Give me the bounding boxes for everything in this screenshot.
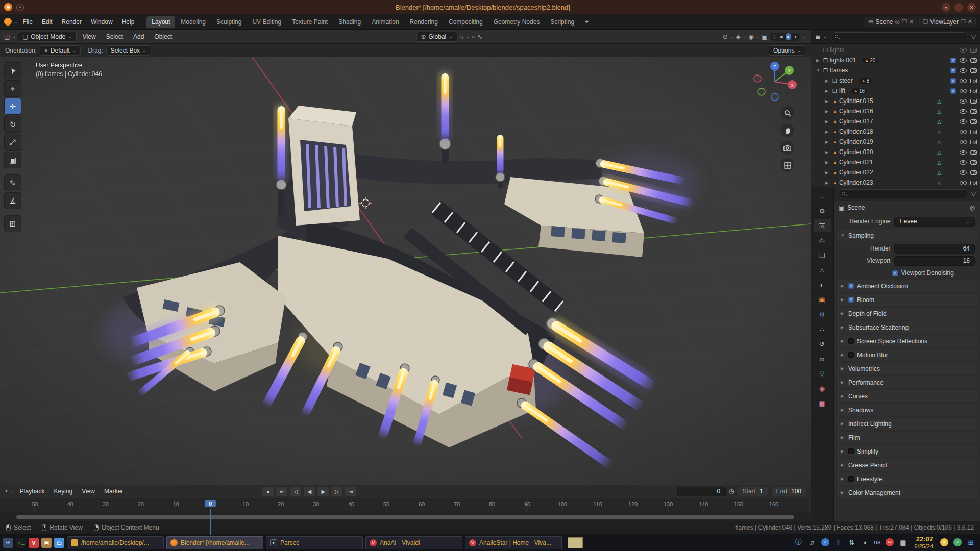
jump-to-end-button[interactable]: ⇥ bbox=[345, 487, 357, 496]
render-camera-icon[interactable] bbox=[970, 140, 977, 144]
hide-eye-icon[interactable] bbox=[960, 130, 967, 134]
select-box-tool[interactable]: ➤ bbox=[4, 62, 21, 79]
tab-rendering[interactable]: Rendering bbox=[405, 16, 443, 28]
expand-arrow-icon[interactable]: ▶ bbox=[816, 58, 821, 63]
pin-icon[interactable]: ◎ bbox=[895, 18, 900, 25]
timeline-scrollbar[interactable] bbox=[16, 515, 794, 519]
stopwatch-icon[interactable]: ◷ bbox=[729, 488, 734, 495]
panel-freestyle[interactable]: ▶Freestyle bbox=[837, 473, 977, 485]
tab-material[interactable]: ◉ bbox=[814, 382, 831, 395]
transform-orientation-dropdown[interactable]: ⊕ Global ⌄ bbox=[416, 32, 457, 42]
info-icon[interactable]: ⓘ bbox=[795, 538, 803, 546]
menu-file[interactable]: File bbox=[19, 17, 37, 27]
hide-eye-icon[interactable] bbox=[960, 160, 967, 165]
security-shield-icon[interactable]: ✓ bbox=[953, 538, 962, 546]
gizmos-icon[interactable]: ◈ bbox=[736, 33, 740, 40]
auto-key-button[interactable]: ● bbox=[262, 487, 274, 496]
volume-icon[interactable]: ◖ bbox=[861, 538, 869, 546]
hide-eye-icon[interactable] bbox=[960, 150, 967, 155]
expand-arrow-icon[interactable]: ▶ bbox=[825, 140, 830, 144]
snap-magnet-icon[interactable]: ∩ bbox=[459, 33, 464, 40]
panel-subsurface-scattering[interactable]: ▶Subsurface Scattering bbox=[837, 321, 977, 333]
minimized-window-thumbnail[interactable] bbox=[568, 537, 583, 548]
taskbar-window-blender[interactable]: Blender* [/home/amalie... bbox=[166, 536, 263, 549]
outliner-editor-icon[interactable]: ≣ bbox=[815, 33, 820, 40]
panel-curves[interactable]: ▶Curves bbox=[837, 390, 977, 402]
z-axis-handle[interactable]: Z bbox=[773, 64, 776, 69]
timeline-editor-icon[interactable]: ◔ bbox=[4, 488, 8, 495]
outliner-row-cylinder-020[interactable]: ▶▲ Cylinder.020 △ bbox=[811, 147, 980, 157]
outliner-row-cylinder-022[interactable]: ▶▲ Cylinder.022 △ bbox=[811, 167, 980, 178]
vivaldi-launcher-icon[interactable]: V bbox=[29, 538, 39, 548]
shading-material-icon[interactable]: ◐ bbox=[786, 33, 791, 40]
menu-render[interactable]: Render bbox=[58, 17, 86, 27]
render-camera-icon[interactable] bbox=[970, 79, 977, 83]
scene-selector[interactable]: ▤ Scene ◎ ❐ ✕ bbox=[865, 17, 917, 27]
close-icon[interactable]: ✕ bbox=[968, 18, 972, 25]
menu-playback[interactable]: Playback bbox=[16, 486, 49, 496]
add-workspace-button[interactable]: + bbox=[580, 16, 594, 28]
neg-z-axis-handle[interactable] bbox=[771, 93, 778, 101]
menu-keying[interactable]: Keying bbox=[50, 486, 77, 496]
add-cube-tool[interactable]: ⊞ bbox=[4, 215, 21, 232]
tab-render[interactable] bbox=[814, 219, 831, 232]
panel-checkbox[interactable] bbox=[848, 448, 854, 454]
panel-ambient-occlusion[interactable]: ▶✔Ambient Occlusion bbox=[837, 280, 977, 292]
sampling-render-field[interactable]: 64 bbox=[894, 244, 975, 254]
shading-solid-icon[interactable]: ● bbox=[779, 33, 785, 40]
window-shade-button[interactable]: ▾ bbox=[942, 3, 950, 12]
menu-marker[interactable]: Marker bbox=[100, 486, 127, 496]
properties-search-input[interactable] bbox=[838, 189, 968, 198]
tab-tool[interactable]: ⚙ bbox=[814, 205, 831, 217]
bluetooth-icon[interactable]: ᛒ bbox=[835, 538, 843, 546]
render-camera-icon[interactable] bbox=[970, 99, 977, 104]
start-frame-field[interactable]: Start 1 bbox=[738, 487, 768, 496]
outliner-row-cylinder-021[interactable]: ▶▲ Cylinder.021 △ bbox=[811, 157, 980, 167]
hide-eye-icon[interactable] bbox=[960, 181, 967, 185]
menu-add[interactable]: Add bbox=[129, 32, 148, 42]
panel-shadows[interactable]: ▶Shadows bbox=[837, 404, 977, 416]
tab-modifiers[interactable]: ⚙ bbox=[814, 308, 831, 321]
panel-depth-of-field[interactable]: ▶Depth of Field bbox=[837, 308, 977, 319]
zoom-button[interactable] bbox=[780, 106, 794, 120]
end-frame-field[interactable]: End 100 bbox=[771, 487, 806, 496]
neg-x-axis-handle[interactable] bbox=[754, 75, 761, 82]
exclude-checkbox[interactable]: ✔ bbox=[950, 58, 956, 63]
tab-view-layer[interactable]: ❏ bbox=[814, 249, 831, 262]
next-keyframe-button[interactable]: ▷ bbox=[331, 487, 343, 496]
tab-uv-editing[interactable]: UV Editing bbox=[247, 16, 286, 28]
outliner-row-cylinder-019[interactable]: ▶▲ Cylinder.019 △ bbox=[811, 137, 980, 147]
scale-tool[interactable]: ⤢ bbox=[4, 134, 21, 151]
timeline-ruler[interactable]: -50 -40 -30 -20 -10 0 10 20 30 40 50 60 … bbox=[0, 498, 811, 512]
tab-sculpting[interactable]: Sculpting bbox=[211, 16, 247, 28]
hide-eye-icon[interactable] bbox=[960, 99, 967, 104]
hide-eye-icon[interactable] bbox=[960, 119, 967, 124]
navigation-gizmo[interactable]: Z Y X bbox=[752, 58, 797, 103]
window-titlebar[interactable]: Blender* [/home/amalie/Desktop/blender/s… bbox=[0, 0, 980, 14]
window-menu-icon[interactable] bbox=[16, 4, 24, 11]
cursor-tool[interactable]: ⌖ bbox=[4, 80, 21, 97]
current-frame-marker[interactable]: 0 bbox=[205, 500, 216, 507]
tab-world[interactable]: ◐ bbox=[814, 279, 831, 291]
timeline-track[interactable] bbox=[0, 512, 811, 521]
visibility-icon[interactable]: ⊙ bbox=[723, 33, 728, 40]
properties-editor-icon[interactable]: ≡ bbox=[814, 190, 831, 203]
files-launcher-icon[interactable]: 🗀 bbox=[54, 538, 64, 548]
panel-indirect-lighting[interactable]: ▶Indirect Lighting bbox=[837, 418, 977, 430]
play-reverse-button[interactable]: ◀ bbox=[303, 487, 315, 496]
expand-arrow-icon[interactable]: ▶ bbox=[825, 119, 830, 124]
xray-toggle-icon[interactable]: ▣ bbox=[762, 33, 767, 40]
tab-particles[interactable]: ∴ bbox=[814, 323, 831, 336]
panel-simplify[interactable]: ▶Simplify bbox=[837, 445, 977, 457]
orientation-setting-dropdown[interactable]: ⌖ Default ⌄ bbox=[40, 45, 81, 56]
scene-browse-icon[interactable]: ▤ bbox=[868, 18, 873, 25]
playhead-line[interactable] bbox=[210, 509, 211, 535]
viewport-canvas[interactable] bbox=[0, 57, 811, 485]
render-camera-icon[interactable] bbox=[970, 68, 977, 73]
menu-select[interactable]: Select bbox=[102, 32, 127, 42]
outliner-row-steer[interactable]: ▶❒ steer ▲8 ✔ bbox=[811, 76, 980, 86]
3d-viewport[interactable]: User Perspective (0) flames | Cylinder.0… bbox=[0, 57, 811, 485]
pin-icon[interactable]: ◎ bbox=[970, 204, 975, 211]
panel-performance[interactable]: ▶Performance bbox=[837, 377, 977, 388]
window-close-button[interactable]: ✕ bbox=[967, 3, 976, 12]
